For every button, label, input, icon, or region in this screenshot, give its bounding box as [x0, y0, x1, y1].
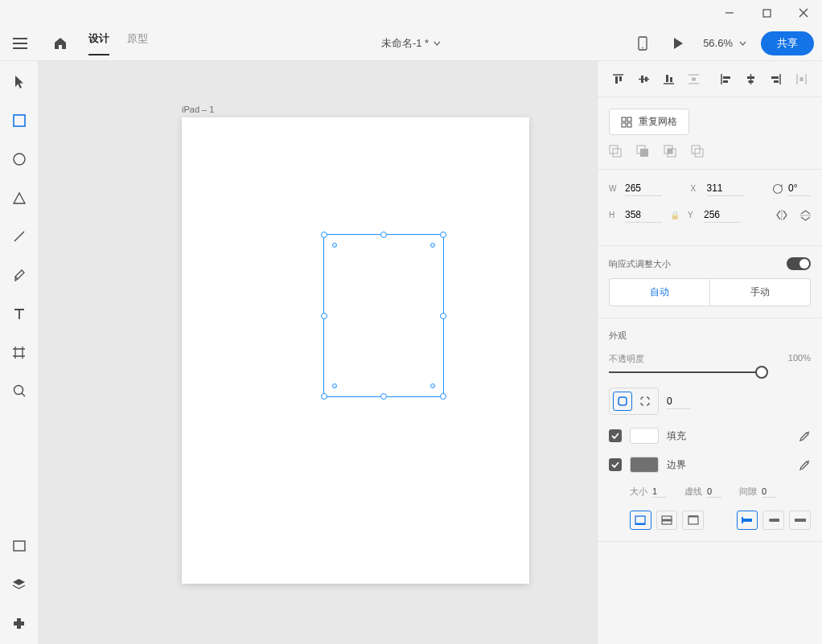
- stroke-align-outer-icon[interactable]: [682, 511, 704, 530]
- align-right-icon[interactable]: [767, 69, 785, 88]
- fill-color-swatch[interactable]: [630, 428, 659, 444]
- zoom-dropdown[interactable]: 56.6%: [703, 37, 746, 49]
- responsive-manual-button[interactable]: 手动: [709, 278, 811, 306]
- svg-rect-53: [619, 397, 627, 405]
- canvas[interactable]: iPad – 1: [39, 61, 597, 644]
- resize-handle-e[interactable]: [440, 313, 446, 319]
- border-label: 边界: [667, 458, 686, 472]
- window-minimize-button[interactable]: [711, 0, 748, 26]
- svg-rect-34: [771, 76, 779, 79]
- align-top-icon[interactable]: [609, 69, 627, 88]
- border-eyedropper-icon[interactable]: [799, 459, 811, 471]
- window-close-button[interactable]: [785, 0, 822, 26]
- resize-handle-w[interactable]: [321, 313, 327, 319]
- text-tool-icon[interactable]: [8, 302, 31, 325]
- border-checkbox[interactable]: [609, 458, 622, 471]
- artboard-label[interactable]: iPad – 1: [182, 105, 214, 114]
- height-label: H: [609, 211, 620, 219]
- align-hcenter-icon[interactable]: [742, 69, 760, 88]
- resize-handle-s[interactable]: [380, 393, 387, 400]
- cap-round-icon[interactable]: [762, 511, 784, 530]
- repeat-grid-label: 重复网格: [639, 115, 677, 129]
- fill-eyedropper-icon[interactable]: [799, 430, 811, 442]
- home-icon[interactable]: [48, 31, 72, 55]
- rotation-input[interactable]: [788, 181, 811, 196]
- stroke-dash-input[interactable]: 0: [707, 486, 721, 498]
- mode-tabs: 设计 原型: [88, 31, 148, 55]
- selected-rectangle[interactable]: [323, 234, 444, 397]
- select-tool-icon[interactable]: [8, 71, 31, 93]
- svg-rect-28: [723, 76, 730, 79]
- boolean-ops-row: [609, 145, 811, 158]
- svg-rect-20: [645, 76, 647, 81]
- corner-radius-uniform-icon[interactable]: [613, 392, 632, 411]
- plugins-panel-icon[interactable]: [8, 612, 31, 634]
- ellipse-tool-icon[interactable]: [8, 148, 31, 170]
- svg-rect-43: [610, 146, 618, 154]
- height-input[interactable]: [625, 207, 662, 223]
- boolean-add-icon[interactable]: [609, 145, 622, 158]
- responsive-toggle[interactable]: [787, 257, 811, 270]
- distribute-v-icon[interactable]: [684, 69, 703, 88]
- corner-radius-handle-nw[interactable]: [332, 243, 337, 248]
- resize-handle-ne[interactable]: [440, 232, 446, 238]
- resize-handle-n[interactable]: [380, 232, 387, 238]
- boolean-intersect-icon[interactable]: [664, 145, 676, 158]
- flip-h-icon[interactable]: [776, 210, 787, 220]
- resize-handle-sw[interactable]: [321, 393, 327, 400]
- play-icon[interactable]: [668, 33, 688, 54]
- opacity-value: 100%: [788, 353, 811, 365]
- responsive-auto-button[interactable]: 自动: [609, 278, 709, 306]
- tab-design[interactable]: 设计: [88, 31, 109, 55]
- corner-radius-handle-ne[interactable]: [430, 243, 435, 248]
- align-vcenter-icon[interactable]: [634, 69, 652, 88]
- corner-radius-handle-sw[interactable]: [332, 384, 337, 388]
- cap-butt-icon[interactable]: [737, 511, 758, 530]
- y-input[interactable]: [704, 207, 741, 223]
- align-left-icon[interactable]: [717, 69, 735, 88]
- artboard-tool-icon[interactable]: [8, 341, 31, 363]
- line-tool-icon[interactable]: [8, 225, 31, 248]
- opacity-slider-thumb[interactable]: [755, 366, 768, 379]
- resize-handle-se[interactable]: [440, 393, 446, 400]
- resize-handle-nw[interactable]: [321, 232, 327, 238]
- layers-panel-icon[interactable]: [8, 573, 31, 596]
- responsive-mode-buttons: 自动 手动: [609, 278, 811, 306]
- border-color-swatch[interactable]: [630, 457, 659, 473]
- flip-v-icon[interactable]: [800, 210, 811, 221]
- distribute-h-icon[interactable]: [792, 69, 811, 88]
- align-bottom-icon[interactable]: [660, 69, 678, 88]
- zoom-tool-icon[interactable]: [8, 379, 31, 402]
- cap-square-icon[interactable]: [789, 511, 811, 530]
- boolean-subtract-icon[interactable]: [636, 145, 649, 158]
- corner-radius-individual-icon[interactable]: [635, 392, 655, 411]
- stroke-gap-input[interactable]: 0: [762, 486, 776, 498]
- svg-line-13: [22, 393, 25, 396]
- artboard[interactable]: [182, 117, 529, 584]
- repeat-grid-button[interactable]: 重复网格: [609, 109, 689, 135]
- fill-checkbox[interactable]: [609, 429, 622, 442]
- window-maximize-button[interactable]: [748, 0, 785, 26]
- appearance-section: 外观 不透明度 100% 填充: [598, 318, 822, 542]
- svg-rect-44: [613, 149, 621, 157]
- document-title[interactable]: 未命名-1 *: [381, 36, 441, 51]
- lock-aspect-icon[interactable]: 🔒: [670, 211, 680, 219]
- hamburger-menu-icon[interactable]: [8, 31, 32, 55]
- width-label: W: [609, 184, 620, 193]
- share-button[interactable]: 共享: [761, 31, 814, 55]
- tab-prototype[interactable]: 原型: [127, 31, 148, 55]
- opacity-slider[interactable]: [609, 371, 762, 373]
- rectangle-tool-icon[interactable]: [8, 109, 31, 132]
- stroke-align-center-icon[interactable]: [656, 511, 678, 530]
- x-input[interactable]: [707, 181, 744, 196]
- stroke-size-input[interactable]: 1: [652, 486, 667, 498]
- corner-radius-input[interactable]: [667, 394, 691, 409]
- assets-panel-icon[interactable]: [8, 535, 31, 557]
- pen-tool-icon[interactable]: [8, 264, 31, 286]
- polygon-tool-icon[interactable]: [8, 187, 31, 209]
- stroke-align-inner-icon[interactable]: [630, 511, 651, 530]
- corner-radius-handle-se[interactable]: [430, 384, 435, 388]
- width-input[interactable]: [625, 181, 662, 196]
- boolean-exclude-icon[interactable]: [691, 145, 704, 158]
- device-preview-icon[interactable]: [632, 33, 653, 54]
